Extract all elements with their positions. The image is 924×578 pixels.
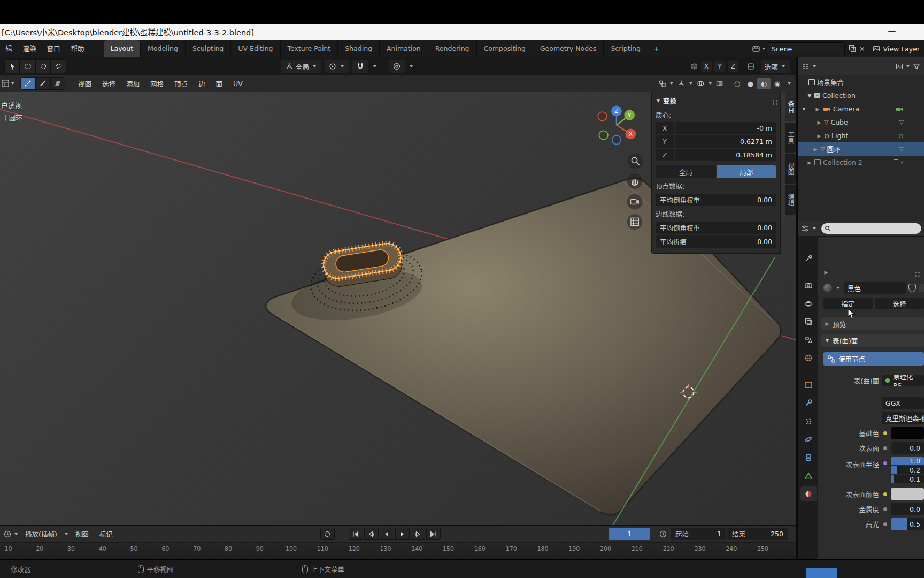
face-select-mode-button[interactable] — [50, 77, 65, 90]
proportional-options-caret[interactable] — [410, 65, 413, 67]
animate-dot[interactable] — [882, 507, 888, 511]
workspace-tab[interactable]: Layout — [104, 40, 141, 57]
jump-to-end-button[interactable] — [426, 528, 441, 540]
shading-options-caret[interactable] — [788, 82, 791, 85]
display-mode-caret[interactable] — [906, 65, 910, 67]
menu-item[interactable]: 帮助 — [66, 41, 90, 57]
xray-toggle-icon[interactable] — [715, 79, 724, 88]
gizmos-icon[interactable] — [677, 79, 686, 88]
outliner-editor-caret[interactable] — [813, 65, 816, 67]
tab-object-data[interactable] — [800, 468, 817, 483]
gizmos-caret[interactable] — [689, 82, 692, 85]
material-browse-icon[interactable] — [823, 284, 832, 292]
prev-keyframe-button[interactable] — [364, 528, 379, 540]
workspace-tab[interactable]: Rendering — [428, 40, 477, 57]
workspace-tab[interactable]: Animation — [380, 40, 428, 57]
tab-object[interactable] — [800, 377, 817, 392]
preview-section-header[interactable]: 预览 — [821, 317, 924, 330]
scene-browse-caret[interactable] — [762, 48, 765, 50]
expand-icon[interactable] — [807, 93, 812, 98]
display-mode-icon[interactable] — [895, 62, 904, 71]
jump-to-start-button[interactable] — [349, 528, 363, 540]
panel-grip[interactable] — [773, 100, 774, 102]
play-reverse-button[interactable] — [380, 528, 394, 540]
menu-item[interactable]: 窗口 — [42, 41, 66, 57]
orientation-dropdown[interactable]: 全局 — [281, 60, 321, 73]
select-box-tool-button[interactable] — [20, 59, 35, 73]
edge-select-mode-button[interactable] — [35, 77, 50, 90]
snap-options-caret[interactable] — [373, 65, 376, 67]
workspace-tab[interactable]: Scripting — [604, 40, 648, 57]
radius-x-slider[interactable]: 1.0 — [891, 457, 924, 465]
pan-hand-button[interactable] — [627, 173, 643, 189]
vertex-bevel-weight-field[interactable]: 平均倒角权重 0.00 — [656, 194, 776, 206]
tab-modifiers[interactable] — [800, 396, 817, 410]
material-preview-shading-button[interactable]: ◐ — [757, 78, 771, 89]
animate-dot[interactable] — [882, 492, 888, 496]
viewport-menu-item[interactable]: 顶点 — [169, 79, 193, 89]
vertex-select-mode-button[interactable] — [20, 77, 35, 90]
workspace-tab[interactable]: Geometry Nodes — [533, 40, 604, 57]
play-button[interactable] — [395, 528, 410, 540]
surface-section-header[interactable]: 表(曲)面 — [821, 334, 924, 347]
mesh-data-icon[interactable] — [899, 119, 904, 126]
frame-start-field[interactable]: 起始 1 — [671, 528, 726, 540]
tab-particles[interactable] — [800, 414, 817, 428]
viewport-menu-item[interactable]: 面 — [211, 79, 228, 89]
sidebar-tab[interactable]: 条目 — [785, 92, 796, 121]
tab-world[interactable] — [800, 351, 817, 365]
camera-data-icon[interactable] — [895, 105, 904, 113]
panel-collapse-icon[interactable] — [656, 98, 661, 103]
object-visibility-icon[interactable] — [658, 79, 666, 88]
specular-slider[interactable]: 0.5 — [891, 518, 924, 530]
menu-item[interactable]: 辑 — [0, 41, 18, 57]
axis-value-field[interactable]: -0 m — [675, 122, 776, 134]
sidebar-tab[interactable]: 视图 — [785, 154, 796, 184]
outliner-collection2-row[interactable]: Collection 2 2 — [798, 156, 924, 169]
properties-search-input[interactable] — [821, 223, 921, 234]
local-space-button[interactable]: 局部 — [717, 165, 777, 178]
outliner-torus-row[interactable]: 圆环 — [798, 142, 924, 156]
sidebar-tab[interactable]: 编辑 — [785, 185, 796, 215]
snap-toggle[interactable] — [352, 60, 368, 73]
animate-dot[interactable] — [882, 446, 888, 450]
workspace-tab[interactable]: Modeling — [141, 40, 186, 57]
overlays-caret[interactable] — [709, 82, 712, 85]
mirror-z-toggle[interactable]: Z — [728, 61, 738, 72]
scene-selector[interactable]: Scene — [767, 42, 845, 55]
outliner-cube-row[interactable]: Cube — [798, 116, 924, 129]
new-material-icon[interactable] — [919, 284, 924, 292]
axis-value-field[interactable]: 0.6271 m — [675, 135, 776, 148]
fake-user-icon[interactable] — [908, 284, 916, 292]
distribution-dropdown[interactable]: GGX — [882, 397, 924, 409]
tab-scene[interactable] — [800, 332, 817, 347]
unlink-scene-button[interactable]: ✕ — [857, 45, 867, 53]
subsurface-slider[interactable]: 0.0 — [891, 442, 924, 454]
material-name-field[interactable]: 黑色 — [844, 282, 906, 294]
surface-shader-dropdown[interactable]: 原理化BS — [882, 375, 924, 386]
subsurface-color-swatch[interactable] — [891, 488, 924, 500]
expand-icon[interactable] — [807, 160, 812, 165]
new-scene-icon[interactable] — [848, 44, 857, 53]
subsurface-method-dropdown[interactable]: 克里斯坦森-伯利 — [882, 412, 924, 424]
outliner-collection-row[interactable]: Collection — [798, 89, 924, 102]
viewport-menu-item[interactable]: 添加 — [121, 79, 145, 89]
next-keyframe-button[interactable] — [411, 528, 425, 540]
keying-caret[interactable] — [65, 533, 68, 535]
sidebar-tab[interactable]: 工具 — [785, 123, 796, 153]
timeline-editor-caret[interactable] — [14, 533, 18, 535]
outliner-scene-collection-row[interactable]: 场景集合 — [798, 75, 924, 89]
gizmo-neg-x[interactable] — [598, 112, 607, 121]
mirror-x-toggle[interactable]: X — [701, 61, 712, 72]
workspace-tab[interactable]: Sculpting — [186, 40, 231, 57]
viewport-menu-item[interactable]: UV — [228, 80, 248, 88]
mirror-y-toggle[interactable]: Y — [714, 61, 725, 72]
viewport-menu-item[interactable]: 边 — [193, 79, 211, 89]
radius-z-slider[interactable]: 0.1 — [891, 475, 924, 483]
current-frame-field[interactable]: 1 — [609, 528, 650, 540]
light-data-icon[interactable] — [898, 132, 904, 140]
collection-checkbox[interactable] — [814, 93, 820, 98]
proportional-edit-toggle[interactable] — [389, 60, 405, 73]
mesh-data-icon[interactable] — [899, 146, 904, 153]
expand-icon[interactable] — [815, 107, 820, 112]
